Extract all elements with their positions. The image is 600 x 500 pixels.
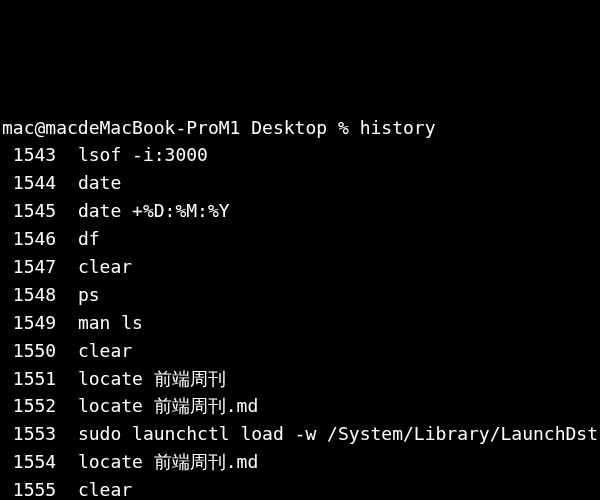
history-line: 1543 lsof -i:3000 — [2, 141, 600, 169]
history-command: sudo launchctl load -w /System/Library/L… — [78, 423, 598, 444]
history-number: 1551 — [2, 365, 78, 393]
prompt-line: mac@macdeMacBook-ProM1 Desktop % history — [2, 114, 600, 142]
history-line: 1546 df — [2, 225, 600, 253]
history-line: 1553 sudo launchctl load -w /System/Libr… — [2, 420, 600, 448]
history-number: 1545 — [2, 197, 78, 225]
history-line: 1547 clear — [2, 253, 600, 281]
history-line: 1549 man ls — [2, 309, 600, 337]
prompt-cwd: Desktop — [251, 117, 327, 138]
history-command: date +%D:%M:%Y — [78, 200, 230, 221]
prompt-symbol: % — [338, 117, 349, 138]
history-number: 1548 — [2, 281, 78, 309]
history-command: locate 前端周刊.md — [78, 395, 258, 416]
history-line: 1544 date — [2, 169, 600, 197]
history-number: 1549 — [2, 309, 78, 337]
history-number: 1543 — [2, 141, 78, 169]
history-command: df — [78, 228, 100, 249]
prompt-user-host: mac@macdeMacBook-ProM1 — [2, 117, 240, 138]
history-number: 1547 — [2, 253, 78, 281]
history-line: 1550 clear — [2, 337, 600, 365]
history-command: clear — [78, 340, 132, 361]
prompt-command: history — [360, 117, 436, 138]
history-number: 1544 — [2, 169, 78, 197]
history-number: 1550 — [2, 337, 78, 365]
history-number: 1554 — [2, 448, 78, 476]
history-line: 1548 ps — [2, 281, 600, 309]
history-command: clear — [78, 479, 132, 500]
history-line: 1551 locate 前端周刊 — [2, 365, 600, 393]
terminal-output[interactable]: mac@macdeMacBook-ProM1 Desktop % history… — [2, 114, 600, 500]
history-line: 1545 date +%D:%M:%Y — [2, 197, 600, 225]
history-number: 1552 — [2, 392, 78, 420]
history-command: clear — [78, 256, 132, 277]
history-number: 1555 — [2, 476, 78, 500]
history-command: date — [78, 172, 121, 193]
history-command: man ls — [78, 312, 143, 333]
history-line: 1552 locate 前端周刊.md — [2, 392, 600, 420]
history-command: ps — [78, 284, 100, 305]
history-command: lsof -i:3000 — [78, 144, 208, 165]
history-command: locate 前端周刊.md — [78, 451, 258, 472]
history-line: 1554 locate 前端周刊.md — [2, 448, 600, 476]
history-line: 1555 clear — [2, 476, 600, 500]
history-command: locate 前端周刊 — [78, 368, 226, 389]
history-number: 1553 — [2, 420, 78, 448]
history-number: 1546 — [2, 225, 78, 253]
